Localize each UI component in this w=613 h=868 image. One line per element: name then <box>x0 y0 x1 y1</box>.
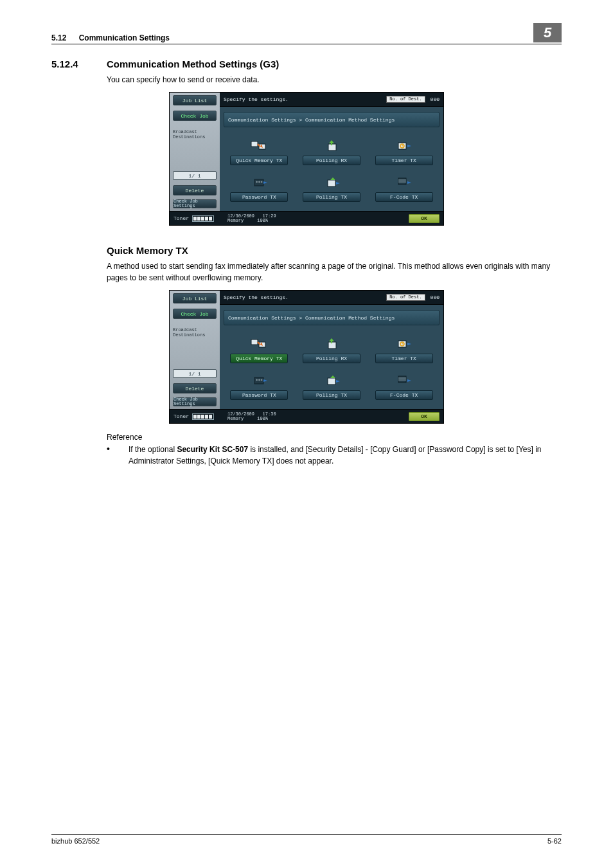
status-bar: Toner 12/30/2009 17:30 Memory 100% OK <box>170 409 443 423</box>
section-number: 5.12.4 <box>51 59 107 69</box>
option-icon <box>251 337 267 351</box>
ok-button[interactable]: OK <box>409 214 440 223</box>
section-title-text: Communication Method Settings (G3) <box>107 59 279 69</box>
svg-marker-36 <box>330 375 335 378</box>
broadcast-destinations-label: Broadcast Destinations <box>173 328 217 338</box>
check-job-settings-button[interactable]: Check Job Settings <box>173 397 217 406</box>
breadcrumb: Communication Settings > Communication M… <box>224 112 440 127</box>
main-header: Specify the settings. No. of Dest. 000 <box>220 291 443 305</box>
instruction-text: Specify the settings. <box>224 294 289 300</box>
check-job-settings-button[interactable]: Check Job Settings <box>173 199 217 208</box>
option-button[interactable]: Password TX <box>230 390 288 400</box>
option-button[interactable]: Polling TX <box>303 192 360 202</box>
header-section-title: Communication Settings <box>79 33 170 42</box>
svg-rect-38 <box>398 376 406 383</box>
svg-rect-14 <box>328 180 335 186</box>
option-button[interactable]: Timer TX <box>375 354 433 363</box>
option-button[interactable]: Polling TX <box>303 390 360 400</box>
option-button[interactable]: Quick Memory TX <box>230 354 288 363</box>
svg-text:***: *** <box>256 180 263 185</box>
option-timer tx: Timer TX <box>373 139 434 165</box>
svg-marker-37 <box>336 380 340 383</box>
svg-marker-31 <box>407 343 411 345</box>
option-icon <box>323 139 340 153</box>
delete-button[interactable]: Delete <box>173 185 217 195</box>
option-button[interactable]: Quick Memory TX <box>230 156 288 165</box>
option-icon: *** <box>251 374 267 388</box>
svg-rect-21 <box>251 339 258 345</box>
footer-page: 5-62 <box>547 837 562 845</box>
option-polling tx: Polling TX <box>301 374 362 400</box>
screenshot-2-wrap: Job List Check Job Broadcast Destination… <box>51 290 562 424</box>
svg-marker-16 <box>336 182 340 185</box>
dest-count: 000 <box>431 294 440 300</box>
chapter-number-box: 5 <box>533 23 562 42</box>
ok-button[interactable]: OK <box>409 412 440 421</box>
svg-rect-26 <box>331 341 332 343</box>
instruction-text: Specify the settings. <box>224 96 289 102</box>
main-panel: Specify the settings. No. of Dest. 000 C… <box>220 291 443 409</box>
datetime-block: 12/30/2009 17:29 Memory 100% <box>227 214 276 223</box>
option-icon <box>396 337 413 351</box>
option-polling rx: Polling RX <box>301 139 362 165</box>
subsection-body: A method used to start sending fax immed… <box>107 261 562 284</box>
dest-count-box: No. of Dest. <box>386 294 425 301</box>
dest-count-box: No. of Dest. <box>386 96 425 103</box>
main-header: Specify the settings. No. of Dest. 000 <box>220 93 443 107</box>
option-icon <box>323 176 340 190</box>
page-indicator: 1/ 1 <box>173 171 217 180</box>
option-polling tx: Polling TX <box>301 176 362 202</box>
option-button[interactable]: Polling RX <box>303 156 360 165</box>
option-button[interactable]: Polling RX <box>303 354 360 363</box>
svg-marker-20 <box>407 181 411 184</box>
svg-marker-15 <box>330 177 335 180</box>
check-job-button[interactable]: Check Job <box>173 309 217 319</box>
option-f-code tx: F-Code TX <box>373 176 434 202</box>
svg-rect-17 <box>398 178 406 185</box>
check-job-button[interactable]: Check Job <box>173 111 217 121</box>
toner-label: Toner <box>173 413 189 419</box>
svg-rect-0 <box>251 141 258 147</box>
main-panel: Specify the settings. No. of Dest. 000 C… <box>220 93 443 211</box>
option-timer tx: Timer TX <box>373 337 434 363</box>
job-list-button[interactable]: Job List <box>173 95 217 105</box>
sidebar: Job List Check Job Broadcast Destination… <box>170 291 220 409</box>
option-icon <box>396 374 413 388</box>
section-heading: 5.12.4 Communication Method Settings (G3… <box>51 59 562 69</box>
section-intro: You can specify how to send or receive d… <box>107 75 562 86</box>
page-indicator: 1/ 1 <box>173 369 217 378</box>
running-header: 5.12 Communication Settings 5 <box>51 23 562 44</box>
option-button[interactable]: F-Code TX <box>375 390 433 400</box>
device-screenshot: Job List Check Job Broadcast Destination… <box>169 92 444 226</box>
sidebar: Job List Check Job Broadcast Destination… <box>170 93 220 211</box>
delete-button[interactable]: Delete <box>173 383 217 393</box>
option-icon <box>396 139 413 153</box>
toner-gauge-icon <box>192 215 214 222</box>
footer-model: bizhub 652/552 <box>51 837 100 845</box>
job-list-button[interactable]: Job List <box>173 293 217 303</box>
option-f-code tx: F-Code TX <box>373 374 434 400</box>
broadcast-destinations-label: Broadcast Destinations <box>173 130 217 140</box>
svg-marker-10 <box>407 145 411 147</box>
options-grid: Quick Memory TX Polling RX Timer TX *** … <box>220 127 443 211</box>
option-button[interactable]: Password TX <box>230 192 288 202</box>
subsection-title: Quick Memory TX <box>107 245 562 256</box>
option-icon <box>323 337 340 351</box>
toner-gauge-icon <box>192 413 214 420</box>
device-screenshot: Job List Check Job Broadcast Destination… <box>169 290 444 424</box>
svg-marker-34 <box>263 379 267 382</box>
option-quick memory tx: Quick Memory TX <box>229 139 290 165</box>
option-button[interactable]: Timer TX <box>375 156 433 165</box>
page-footer: bizhub 652/552 5-62 <box>51 834 562 845</box>
reference-text: If the optional Security Kit SC-507 is i… <box>129 444 562 467</box>
reference-bullet: • If the optional Security Kit SC-507 is… <box>107 444 562 467</box>
svg-text:***: *** <box>256 378 263 383</box>
svg-rect-35 <box>328 378 335 384</box>
option-quick memory tx: Quick Memory TX <box>229 337 290 363</box>
toner-label: Toner <box>173 215 189 221</box>
option-polling rx: Polling RX <box>301 337 362 363</box>
options-grid: Quick Memory TX Polling RX Timer TX *** … <box>220 325 443 409</box>
datetime-block: 12/30/2009 17:30 Memory 100% <box>227 412 276 421</box>
option-password tx: *** Password TX <box>229 176 290 202</box>
option-button[interactable]: F-Code TX <box>375 192 433 202</box>
